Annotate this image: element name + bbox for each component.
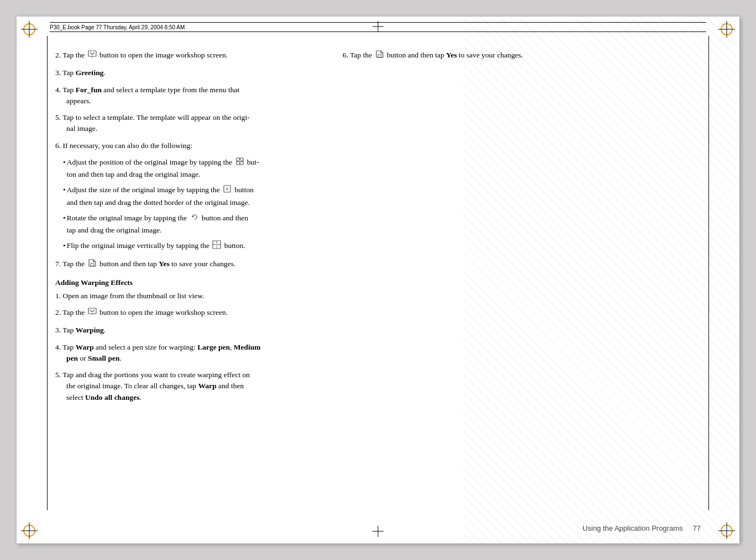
footer-label: Using the Application Programs 77 [582, 524, 701, 532]
item-number: 3. Tap [55, 68, 76, 77]
item-number: 3. Tap [55, 326, 76, 334]
bullet-text: Adjust the position of the original imag… [67, 157, 321, 181]
workshop-icon [88, 50, 97, 62]
bullet-text: Adjust the size of the original image by… [67, 184, 321, 208]
section-heading: Adding Warping Effects [55, 278, 321, 287]
item-text-before: Tap the [62, 260, 86, 268]
item-text-after: button to open the image workshop screen… [98, 308, 228, 316]
item-text-after: button and then tap [385, 51, 447, 59]
item-text-end: to save your changes. [457, 51, 523, 59]
item-bold2: Undo all changes [85, 393, 139, 401]
list-item: 5. Tap to select a template. The templat… [55, 112, 321, 135]
item-sep2: or [78, 354, 88, 362]
item-text-before: Tap the [62, 308, 86, 316]
right-bar [708, 36, 709, 510]
item-text: Open an image from the thumbnail or list… [63, 292, 204, 300]
list-item: 4. Tap Warp and select a pen size for wa… [55, 342, 321, 364]
bullet-char: • [63, 240, 66, 252]
item-number: 6. [343, 51, 350, 59]
item-continuation: nal image. [66, 123, 321, 134]
page-footer: Using the Application Programs 77 [55, 524, 701, 532]
svg-rect-31 [91, 263, 94, 266]
svg-rect-32 [88, 308, 96, 314]
item-bold: Warp [198, 382, 217, 390]
left-column: 2. Tap the button to open the image work… [55, 39, 321, 508]
bullet-text: Rotate the original image by tapping the… [67, 213, 321, 236]
list-item: 2. Tap the button to open the image work… [55, 307, 321, 319]
header-text: P30_E.book Page 77 Thursday, April 29, 2… [50, 24, 185, 30]
list-item: 4. Tap For_fun and select a template typ… [55, 84, 321, 107]
item-text: and select a pen size for warping: [94, 343, 197, 351]
item-number: 1. [55, 292, 63, 300]
bullet-char: • [63, 184, 66, 208]
left-bar [47, 36, 48, 510]
item-text-after: button to open the image workshop screen… [98, 51, 228, 59]
item-text-end: to save your changes. [170, 260, 236, 268]
resize-icon [223, 184, 232, 197]
reg-mark-br [718, 522, 735, 539]
item-number: 4. Tap [55, 86, 76, 94]
svg-rect-34 [378, 55, 381, 57]
item-bold: Warping [76, 326, 104, 334]
item-bold: Warp [76, 343, 94, 351]
item-text-after: button and then tap [98, 260, 159, 268]
flip-icon [212, 240, 221, 252]
main-content: 2. Tap the button to open the image work… [55, 39, 701, 508]
item-bold: For_fun [76, 86, 102, 94]
page: P30_E.book Page 77 Thursday, April 29, 2… [17, 17, 739, 543]
reg-mark-tr [718, 21, 735, 38]
item-text-before: Tap the [350, 51, 374, 59]
item-text: and select a template type from the menu… [102, 86, 239, 94]
item-bold: Greeting [76, 68, 104, 77]
page-header: P30_E.book Page 77 Thursday, April 29, 2… [50, 22, 706, 32]
list-item: 1. Open an image from the thumbnail or l… [55, 290, 321, 302]
bullet-char: • [63, 213, 66, 236]
bullet-char: • [63, 157, 66, 181]
svg-rect-14 [88, 51, 96, 56]
list-item: • Rotate the original image by tapping t… [63, 213, 321, 236]
item-text: . [103, 68, 105, 77]
item-number: 4. Tap [55, 343, 76, 351]
item-text: If necessary, you can also do the follow… [63, 141, 193, 150]
list-item: • Flip the original image vertically by … [63, 240, 321, 252]
list-item: 3. Tap Greeting. [55, 67, 321, 78]
save-icon-right [375, 50, 384, 62]
item-text-end: . [139, 393, 141, 401]
right-column: 6. Tap the button and then tap Yes to sa… [343, 39, 701, 508]
item-number: 2. [55, 308, 62, 316]
list-item: 2. Tap the button to open the image work… [55, 50, 321, 62]
item-continuation: appears. [66, 96, 321, 107]
reg-mark-bl [21, 522, 38, 539]
item-text-before: Tap the [62, 51, 86, 59]
item-text-end: . [119, 354, 121, 362]
item-bold: Yes [159, 260, 170, 268]
move-icon [235, 157, 244, 169]
item-text: . [104, 326, 106, 334]
item-bold: Yes [446, 51, 457, 59]
list-item: 6. Tap the button and then tap Yes to sa… [343, 50, 701, 62]
item-number: 2. [55, 51, 62, 59]
save-icon [88, 258, 97, 271]
item-number: 5. [55, 113, 62, 121]
item-bold4: Small pen [88, 354, 119, 362]
item-text: Tap to select a template. The template w… [62, 113, 249, 121]
list-item: • Adjust the size of the original image … [63, 184, 321, 208]
item-sep1: , [230, 343, 234, 351]
item-number: 6. [55, 141, 63, 150]
workshop-icon-2 [88, 307, 97, 319]
item-number: 7. [55, 260, 62, 268]
reg-mark-tl [21, 21, 38, 38]
list-item: 5. Tap and drag the portions you want to… [55, 369, 321, 403]
bullet-text: Flip the original image vertically by ta… [67, 240, 321, 252]
item-number: 5. [55, 371, 62, 379]
rotate-icon [190, 213, 199, 225]
list-item: 3. Tap Warping. [55, 325, 321, 336]
item-bold2: Large pen [197, 343, 230, 351]
list-item: 7. Tap the button and then tap Yes to sa… [55, 258, 321, 271]
list-item: 6. If necessary, you can also do the fol… [55, 140, 321, 151]
list-item: • Adjust the position of the original im… [63, 157, 321, 181]
